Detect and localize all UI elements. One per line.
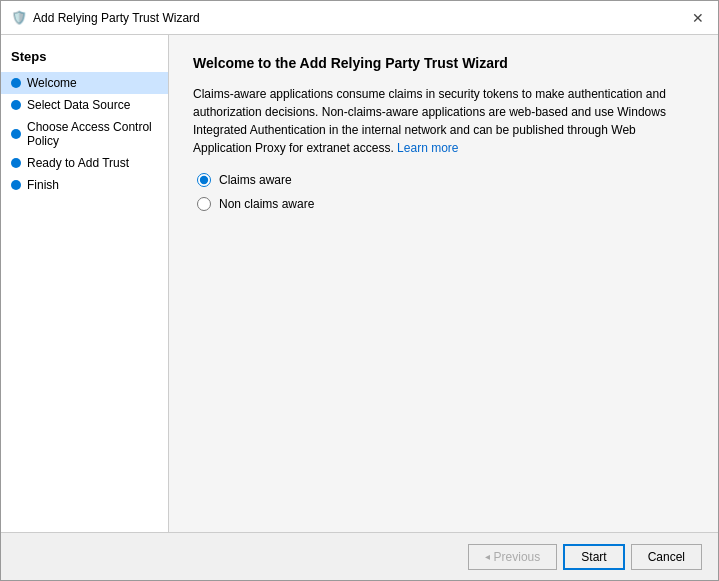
close-button[interactable]: ✕ — [688, 8, 708, 28]
dot-icon-ready-to-add-trust — [11, 158, 21, 168]
sidebar-item-welcome[interactable]: Welcome — [1, 72, 168, 94]
dot-icon-welcome — [11, 78, 21, 88]
radio-item-claims-aware[interactable]: Claims aware — [197, 173, 694, 187]
dot-icon-choose-access-control — [11, 129, 21, 139]
description: Claims-aware applications consume claims… — [193, 85, 694, 157]
footer: ◂ Previous Start Cancel — [1, 532, 718, 580]
main-title: Welcome to the Add Relying Party Trust W… — [193, 55, 694, 71]
chevron-left-icon: ◂ — [485, 551, 490, 562]
sidebar-label-choose-access-control: Choose Access Control Policy — [27, 120, 158, 148]
radio-non-claims-aware[interactable] — [197, 197, 211, 211]
sidebar-label-select-data-source: Select Data Source — [27, 98, 130, 112]
sidebar: Steps Welcome Select Data Source Choose … — [1, 35, 169, 532]
sidebar-heading: Steps — [1, 45, 168, 72]
sidebar-label-welcome: Welcome — [27, 76, 77, 90]
title-bar-title: Add Relying Party Trust Wizard — [33, 11, 200, 25]
sidebar-item-select-data-source[interactable]: Select Data Source — [1, 94, 168, 116]
radio-claims-aware[interactable] — [197, 173, 211, 187]
dot-icon-select-data-source — [11, 100, 21, 110]
content-area: Steps Welcome Select Data Source Choose … — [1, 35, 718, 532]
sidebar-label-ready-to-add-trust: Ready to Add Trust — [27, 156, 129, 170]
radio-group: Claims aware Non claims aware — [193, 173, 694, 211]
sidebar-item-choose-access-control[interactable]: Choose Access Control Policy — [1, 116, 168, 152]
radio-item-non-claims-aware[interactable]: Non claims aware — [197, 197, 694, 211]
sidebar-label-finish: Finish — [27, 178, 59, 192]
learn-more-link[interactable]: Learn more — [397, 141, 458, 155]
start-button[interactable]: Start — [563, 544, 624, 570]
previous-label: Previous — [494, 550, 541, 564]
cancel-label: Cancel — [648, 550, 685, 564]
radio-label-claims-aware: Claims aware — [219, 173, 292, 187]
main-panel: Welcome to the Add Relying Party Trust W… — [169, 35, 718, 532]
start-label: Start — [581, 550, 606, 564]
sidebar-item-finish[interactable]: Finish — [1, 174, 168, 196]
dot-icon-finish — [11, 180, 21, 190]
wizard-icon: 🛡️ — [11, 10, 27, 26]
radio-label-non-claims-aware: Non claims aware — [219, 197, 314, 211]
previous-button[interactable]: ◂ Previous — [468, 544, 558, 570]
title-bar-left: 🛡️ Add Relying Party Trust Wizard — [11, 10, 200, 26]
sidebar-item-ready-to-add-trust[interactable]: Ready to Add Trust — [1, 152, 168, 174]
dialog-window: 🛡️ Add Relying Party Trust Wizard ✕ Step… — [0, 0, 719, 581]
title-bar: 🛡️ Add Relying Party Trust Wizard ✕ — [1, 1, 718, 35]
cancel-button[interactable]: Cancel — [631, 544, 702, 570]
